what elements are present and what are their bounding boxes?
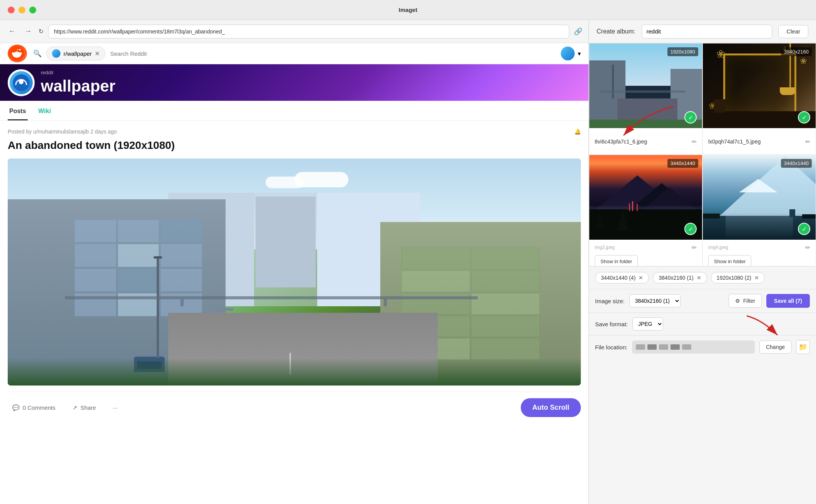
overpass-pillar2	[384, 299, 387, 306]
img1-resolution: 1920x1080	[667, 47, 698, 56]
address-bar[interactable]	[48, 25, 569, 38]
image-card-2: ❀ ❀ ❀ ❀ 3840x2160 ✓ lx0pqh74al7c1_5.jpeg	[702, 43, 816, 155]
notification-icon[interactable]: 🔔	[574, 129, 581, 135]
image-size-select[interactable]: 3840x2160 (1) 3440x1440 (4) 1920x1080 (2…	[629, 294, 681, 307]
size-tag-1[interactable]: 3840x2160 (1) ✕	[653, 272, 707, 284]
image-card-footer-3: Show in folder	[589, 255, 702, 266]
controls-bar: Image size: 3840x2160 (1) 3440x1440 (4) …	[589, 289, 816, 312]
reddit-tabs: Posts Wiki	[0, 101, 589, 121]
img3-edit-icon[interactable]: ✏	[692, 244, 697, 251]
image-size-label: Image size:	[595, 298, 625, 304]
share-label: Share	[80, 404, 96, 411]
save-format-label: Save format:	[595, 321, 628, 327]
user-dropdown-icon[interactable]: ▾	[578, 50, 581, 57]
post-area: Posted by u/muhaiminulislamsajib 2 days …	[0, 121, 589, 431]
post-meta: Posted by u/muhaiminulislamsajib 2 days …	[8, 129, 581, 135]
lamp-post	[157, 256, 159, 359]
clear-button[interactable]: Clear	[778, 25, 808, 38]
imaget-panel: Create album: Clear	[589, 20, 816, 504]
album-input[interactable]	[642, 25, 773, 38]
svg-point-2	[19, 80, 23, 84]
subreddit-pill[interactable]: r/wallpaper ✕	[46, 47, 105, 60]
img2-object1	[714, 99, 726, 113]
subreddit-pill-avatar	[52, 49, 60, 58]
subreddit-pill-close[interactable]: ✕	[95, 50, 100, 57]
img4-edit-icon[interactable]: ✏	[805, 244, 810, 251]
reddit-label: reddit	[41, 70, 115, 75]
image-card-info-4: img4.jpeg ✏	[703, 240, 816, 255]
open-folder-button[interactable]: 📁	[796, 340, 810, 354]
img3-tree1	[595, 209, 604, 229]
cloud2	[294, 172, 348, 187]
img3-check: ✓	[684, 223, 697, 235]
image-card-footer-4: Show in folder	[703, 255, 816, 266]
overpass	[65, 296, 478, 299]
refresh-button[interactable]: ↻	[38, 28, 43, 35]
size-tag-2[interactable]: 1920x1080 (2) ✕	[711, 272, 765, 284]
img3-forest	[589, 209, 702, 240]
format-bar: Save format: JPEG PNG WebP	[589, 312, 816, 335]
img1-overpass	[600, 90, 685, 93]
img2-edit-icon[interactable]: ✏	[805, 138, 810, 145]
save-all-button[interactable]: Save all (7)	[766, 294, 810, 308]
path-seg-2	[647, 344, 657, 350]
img3-flower1	[629, 203, 630, 211]
app-title: Imaget	[399, 7, 417, 13]
reddit-logo	[8, 45, 27, 62]
forward-button[interactable]: →	[22, 26, 34, 37]
tab-posts[interactable]: Posts	[8, 103, 28, 120]
browser-chrome: ← → ↻ 🔗	[0, 20, 589, 43]
img1-lamp	[612, 65, 614, 98]
size-tag-label-1: 3840x2160 (1)	[659, 275, 693, 281]
comments-label: 0 Comments	[23, 404, 55, 411]
format-select[interactable]: JPEG PNG WebP	[632, 317, 663, 330]
lamp-head	[154, 256, 162, 259]
image-card-4: 3440x1440 ✓ img4.jpeg ✏ Show in folder	[702, 155, 816, 266]
bookmark-icon[interactable]: 🔗	[574, 27, 582, 36]
user-avatar[interactable]	[561, 47, 575, 60]
image-card-img-4: 3440x1440 ✓	[703, 155, 816, 240]
size-tag-0[interactable]: 3440x1440 (4) ✕	[595, 272, 649, 284]
tab-wiki[interactable]: Wiki	[37, 103, 53, 120]
back-button[interactable]: ←	[6, 26, 18, 37]
img1-edit-icon[interactable]: ✏	[692, 138, 697, 145]
overpass-pillar1	[181, 299, 184, 306]
reddit-search-input[interactable]	[110, 50, 183, 57]
size-tag-remove-0[interactable]: ✕	[639, 275, 643, 281]
file-location-wrapper: File location: Change 📁	[589, 335, 816, 359]
filter-icon: ⚙	[735, 298, 740, 304]
image-grid-container: 1920x1080 ✓ 8vi6c43pfa7c1_6.jpeg ✏ Show …	[589, 43, 816, 266]
subreddit-header: reddit wallpaper	[0, 64, 589, 101]
search-wrap: 🔍 r/wallpaper ✕	[33, 47, 555, 60]
img3-show-in-folder[interactable]: Show in folder	[595, 255, 638, 266]
maximize-button[interactable]	[29, 7, 36, 13]
path-seg-1	[636, 344, 645, 350]
folder-icon: 📁	[799, 343, 807, 351]
img3-filename: img3.jpeg	[595, 245, 615, 250]
filter-button[interactable]: ⚙ Filter	[729, 294, 762, 308]
subreddit-avatar	[8, 69, 35, 96]
img3-tree5	[667, 209, 674, 227]
img3-flower2	[632, 201, 633, 211]
img4-show-in-folder[interactable]: Show in folder	[708, 255, 751, 266]
app-body: ← → ↻ 🔗 🔍 r/wallpaper ✕ ▾	[0, 20, 816, 504]
title-bar: Imaget	[0, 0, 816, 20]
more-label: ···	[113, 404, 118, 411]
img4-check: ✓	[798, 223, 810, 235]
auto-scroll-button[interactable]: Auto Scroll	[521, 398, 581, 417]
size-tag-remove-1[interactable]: ✕	[697, 275, 701, 281]
search-icon: 🔍	[33, 49, 42, 58]
subreddit-avatar-inner	[10, 71, 33, 94]
file-location-bar: File location: Change 📁	[589, 335, 816, 359]
img4-structure	[789, 209, 795, 217]
img4-tree-right	[802, 214, 816, 219]
minimize-button[interactable]	[18, 7, 25, 13]
reddit-content: Posted by u/muhaiminulislamsajib 2 days …	[0, 121, 589, 504]
share-button[interactable]: ↗ Share	[68, 401, 100, 414]
change-button[interactable]: Change	[759, 340, 791, 354]
comments-button[interactable]: 💬 0 Comments	[8, 401, 60, 414]
more-button[interactable]: ···	[108, 401, 122, 414]
close-button[interactable]	[8, 7, 15, 13]
tags-bar: 3440x1440 (4) ✕ 3840x2160 (1) ✕ 1920x108…	[589, 266, 816, 289]
size-tag-remove-2[interactable]: ✕	[754, 275, 759, 281]
